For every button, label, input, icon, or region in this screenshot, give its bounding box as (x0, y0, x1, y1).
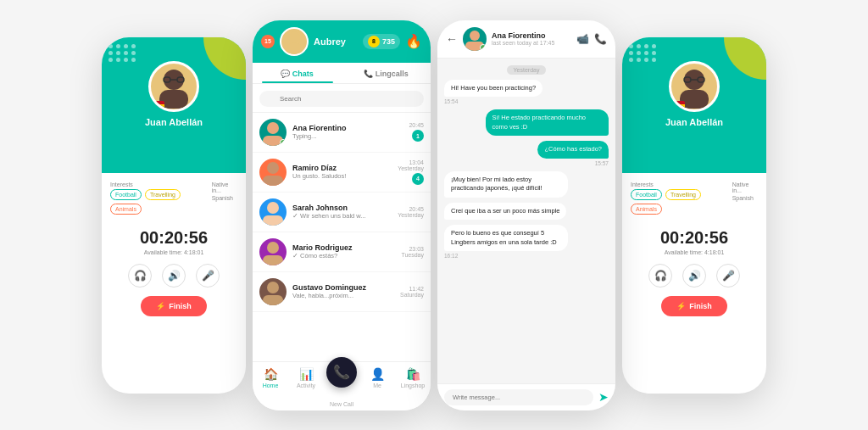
unread-badge-1: 4 (412, 173, 424, 185)
chat-name-2: Sarah Johnson (292, 204, 392, 212)
me-icon: 👤 (370, 367, 385, 381)
nav-activity-label: Activity (297, 383, 315, 388)
nav-me[interactable]: 👤 Me (359, 367, 395, 407)
tab-lingcalls-icon: 📞 (364, 70, 376, 78)
chat-list-phone: 15 Aubrey 8 735 🔥 (253, 20, 431, 410)
home-icon: 🏠 (264, 367, 278, 381)
header-avatar-icon (282, 29, 306, 54)
chat-info-2: Sarah Johnson ✓ Wir sehen uns bald w... (292, 204, 392, 220)
chat-avatar-0 (259, 119, 287, 146)
chat-day-3: Tuesday (401, 252, 424, 258)
user-row: 15 Aubrey 8 735 🔥 (261, 27, 422, 63)
right-tag-animals: Animals (631, 204, 662, 215)
right-profile-phone: Juan Abellán Interests Football Travelli… (622, 37, 766, 394)
chat-item-2[interactable]: Sarah Johnson ✓ Wir sehen uns bald w... … (253, 193, 431, 232)
nav-lingshop[interactable]: 🛍️ Lingshop (395, 367, 431, 407)
native-language: Spanish (212, 195, 237, 201)
new-call-btn[interactable]: 📞 (326, 357, 357, 388)
right-decorative-dots (629, 44, 657, 62)
msg-bubble-4: Creí que iba a ser un poco más simple (444, 203, 566, 221)
phone-call-icon[interactable]: 📞 (594, 33, 607, 45)
yellow-shape (203, 37, 246, 80)
conv-header: ← Ana Fiorentino last seen today at 17:4… (437, 20, 615, 59)
coin-icon: 8 (368, 36, 380, 47)
right-interests-label: Interests (631, 181, 727, 187)
chat-item-4[interactable]: Gustavo Dominguez Vale, habla...próxim..… (253, 272, 431, 312)
chatlist-layout: 15 Aubrey 8 735 🔥 (253, 20, 431, 410)
msg-bubble-1: Si! He estado practicando mucho como ves… (486, 109, 609, 136)
chat-day-2: Yesterday (398, 212, 424, 218)
chat-name-1: Ramiro Díaz (292, 164, 392, 172)
svg-rect-14 (263, 255, 283, 265)
right-finish-button[interactable]: ⚡ Finish (661, 296, 727, 316)
chat-meta-1: 13:04 Yesterday 4 (398, 159, 424, 185)
chat-name-4: Gustavo Dominguez (292, 283, 394, 292)
chat-item-3[interactable]: Mario Rodriguez ✓ Cómo estás? 23:03 Tues… (253, 232, 431, 272)
msg-input-row: ➤ (437, 383, 615, 410)
nav-home-label: Home (263, 383, 279, 388)
chat-time-1: 13:04 (398, 159, 424, 165)
tag-football: Football (110, 189, 142, 200)
chat-preview-4: Vale, habla...próxim... (292, 292, 394, 299)
right-finish-icon: ⚡ (676, 302, 686, 310)
msg-4: Creí que iba a ser un poco más simple (444, 203, 566, 221)
volume-button[interactable]: 🔊 (162, 264, 186, 288)
right-call-controls: 🎧 🔊 🎤 (631, 264, 758, 288)
search-input[interactable] (259, 91, 424, 107)
chat-item-1[interactable]: Ramiro Díaz Un gusto. Saludos! 13:04 Yes… (253, 153, 431, 193)
chat-name-3: Mario Rodriguez (292, 243, 395, 252)
right-mic-button[interactable]: 🎤 (716, 264, 740, 288)
svg-rect-16 (263, 295, 283, 305)
nav-new-call[interactable]: 📞 New Call (324, 367, 359, 407)
msg-bubble-3: ¡Muy bien! Por mi lado estoy practicando… (444, 171, 568, 198)
chat-items-scroll: Ana Fiorentino Typing... 20:45 1 (253, 113, 431, 361)
left-profile-phone: Juan Abellán Interests Football Travelli… (102, 37, 246, 394)
search-bar: 🔍 (253, 84, 431, 113)
online-dot-0 (280, 139, 287, 146)
chat-avatar-icon-3 (259, 238, 287, 265)
chat-name-0: Ana Fiorentino (292, 124, 403, 132)
chat-item-0[interactable]: Ana Fiorentino Typing... 20:45 1 (253, 113, 431, 153)
chat-avatar-icon-2 (259, 198, 287, 226)
tab-chats-icon: 💬 (281, 70, 292, 78)
video-call-icon[interactable]: 📹 (576, 33, 589, 45)
conv-user-info: Ana Fiorentino last seen today at 17:45 (492, 31, 571, 46)
unread-badge-0: 1 (412, 130, 424, 142)
profile-body: Interests Football Travelling Animals Na… (102, 173, 246, 325)
tab-lingcalls[interactable]: 📞 Lingcalls (342, 63, 431, 83)
back-button[interactable]: ← (446, 32, 458, 46)
conv-layout: ← Ana Fiorentino last seen today at 17:4… (437, 20, 615, 410)
msg-3: ¡Muy bien! Por mi lado estoy practicando… (444, 171, 568, 198)
msg-time-5: 16:12 (444, 253, 458, 259)
header-username: Aubrey (314, 36, 358, 47)
bluetooth-button[interactable]: 🎧 (128, 264, 152, 288)
chat-meta-3: 23:03 Tuesday (401, 246, 424, 258)
available-time: Available time: 4:18:01 (110, 249, 237, 255)
msg-bubble-5: Pero lo bueno es que conseguí 5 Lingbers… (444, 225, 568, 251)
right-interests-tags: Football Travelling Animals (631, 189, 727, 215)
tab-lingcalls-label: Lingcalls (376, 70, 409, 78)
chat-time-4: 11:42 (400, 286, 424, 292)
chat-info-0: Ana Fiorentino Typing... (292, 124, 403, 140)
nav-home[interactable]: 🏠 Home (253, 367, 288, 407)
tab-chats[interactable]: 💬 Chats (253, 63, 342, 83)
send-icon[interactable]: ➤ (598, 390, 609, 404)
flag-spain (149, 101, 164, 111)
mic-button[interactable]: 🎤 (196, 264, 220, 288)
msg-bubble-0: Hi! Have you been practicing? (444, 80, 542, 98)
date-divider: Yesterday (507, 65, 547, 75)
chat-meta-4: 11:42 Saturday (400, 286, 424, 298)
msg-bubble-2: ¿Cómo has estado? (537, 141, 609, 159)
conv-online-dot (480, 44, 487, 51)
message-input[interactable] (444, 389, 593, 405)
finish-button[interactable]: ⚡ Finish (141, 296, 207, 316)
conv-actions: 📹 📞 (576, 33, 607, 45)
chat-avatar-4 (259, 278, 287, 305)
right-volume-button[interactable]: 🔊 (682, 264, 706, 288)
right-native-label: Native in... (732, 181, 758, 193)
chat-info-1: Ramiro Díaz Un gusto. Saludos! (292, 164, 392, 180)
right-bluetooth-button[interactable]: 🎧 (648, 264, 672, 288)
right-avatar (669, 61, 720, 112)
nav-activity[interactable]: 📊 Activity (288, 367, 324, 407)
svg-point-15 (267, 282, 279, 293)
